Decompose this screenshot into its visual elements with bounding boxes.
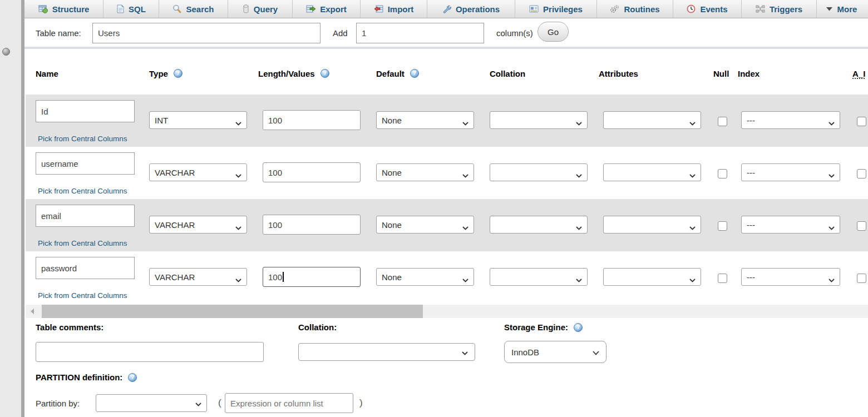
length-input[interactable]: 100	[263, 162, 361, 182]
attributes-select[interactable]	[603, 163, 701, 181]
index-select[interactable]: ---	[741, 111, 840, 129]
null-checkbox[interactable]	[718, 274, 727, 283]
partition-by-select[interactable]	[96, 394, 207, 412]
attributes-select[interactable]	[603, 111, 701, 129]
length-input[interactable]: 100	[263, 110, 361, 130]
partition-expression-input[interactable]	[225, 393, 353, 413]
storage-engine-label: Storage Engine:?	[504, 322, 583, 332]
text-caret	[283, 272, 284, 282]
index-select[interactable]: ---	[741, 163, 840, 181]
tab-structure[interactable]: Structure	[24, 0, 103, 18]
tab-query[interactable]: Query	[228, 0, 293, 18]
routines-icon	[610, 4, 619, 13]
length-input-focused[interactable]: 100	[263, 267, 361, 287]
index-select[interactable]: ---	[741, 268, 840, 286]
help-icon[interactable]: ?	[174, 69, 183, 78]
collation-select[interactable]	[490, 216, 588, 234]
navigation-panel-strip	[0, 0, 21, 417]
length-input[interactable]: 100	[263, 215, 361, 235]
more-icon	[826, 6, 833, 12]
tab-routines[interactable]: Routines	[597, 0, 673, 18]
chevron-down-icon	[689, 222, 696, 232]
help-icon[interactable]: ?	[128, 373, 137, 382]
central-columns-link[interactable]: Pick from Central Columns	[38, 187, 127, 195]
auto-increment-checkbox[interactable]	[857, 169, 866, 178]
type-select[interactable]: VARCHAR	[149, 268, 247, 286]
query-icon	[243, 4, 249, 13]
null-checkbox[interactable]	[718, 221, 727, 231]
null-checkbox[interactable]	[718, 169, 727, 178]
storage-engine-select[interactable]: InnoDB	[504, 341, 606, 363]
chevron-down-icon	[462, 118, 468, 127]
tab-search[interactable]: Search	[159, 0, 228, 18]
column-name-input[interactable]	[36, 152, 135, 175]
header-length: Length/Values?	[258, 63, 329, 83]
table-collation-select[interactable]	[298, 343, 475, 361]
auto-increment-checkbox[interactable]	[857, 117, 866, 126]
panel-toggle-icon[interactable]	[2, 48, 10, 56]
tab-label: Triggers	[770, 4, 802, 14]
auto-increment-checkbox[interactable]	[857, 221, 866, 231]
header-attributes: Attributes	[599, 63, 638, 83]
tab-operations[interactable]: Operations	[427, 0, 515, 18]
help-icon[interactable]: ?	[410, 69, 419, 78]
tab-label: More	[837, 4, 857, 14]
collation-select[interactable]	[490, 268, 588, 286]
type-select[interactable]: INT	[149, 111, 247, 129]
tab-events[interactable]: Events	[673, 0, 742, 18]
tab-label: Structure	[52, 4, 90, 14]
import-icon	[374, 4, 383, 13]
central-columns-link[interactable]: Pick from Central Columns	[38, 135, 127, 143]
collation-label: Collation:	[298, 322, 337, 332]
table-name-input[interactable]	[92, 23, 320, 43]
collation-select[interactable]	[490, 111, 588, 129]
column-row: Pick from Central Columns VARCHAR 100 No…	[26, 199, 868, 251]
table-comments-input[interactable]	[36, 342, 264, 362]
column-name-input[interactable]	[36, 257, 135, 279]
central-columns-link[interactable]: Pick from Central Columns	[38, 291, 127, 300]
chevron-down-icon	[828, 222, 835, 232]
help-icon[interactable]: ?	[574, 323, 583, 332]
search-icon	[172, 4, 181, 13]
add-columns-input[interactable]	[356, 23, 484, 43]
column-row: Pick from Central Columns VARCHAR 100 No…	[26, 147, 868, 199]
chevron-down-icon	[828, 170, 835, 180]
chevron-down-icon	[689, 170, 696, 180]
go-button[interactable]: Go	[537, 22, 569, 42]
structure-icon	[38, 4, 48, 13]
default-select[interactable]: None	[376, 111, 474, 129]
tab-import[interactable]: Import	[361, 0, 427, 18]
default-select[interactable]: None	[376, 268, 474, 286]
attributes-select[interactable]	[603, 216, 701, 234]
type-select[interactable]: VARCHAR	[149, 163, 247, 181]
default-select[interactable]: None	[376, 216, 474, 234]
horizontal-scrollbar[interactable]	[26, 305, 868, 318]
null-checkbox[interactable]	[718, 117, 727, 126]
tab-privileges[interactable]: Privileges	[515, 0, 597, 18]
chevron-down-icon	[576, 275, 582, 284]
tab-label: SQL	[129, 4, 146, 14]
central-columns-link[interactable]: Pick from Central Columns	[38, 239, 127, 247]
collation-select[interactable]	[490, 163, 588, 181]
tab-triggers[interactable]: Triggers	[742, 0, 817, 18]
column-name-input[interactable]	[36, 100, 135, 122]
help-icon[interactable]: ?	[320, 69, 329, 78]
type-select[interactable]: VARCHAR	[149, 216, 247, 234]
scrollbar-thumb[interactable]	[42, 305, 423, 318]
chevron-down-icon	[828, 275, 835, 284]
tab-export[interactable]: Export	[293, 0, 361, 18]
default-select[interactable]: None	[376, 163, 474, 181]
section-divider	[24, 47, 868, 49]
events-icon	[687, 4, 696, 13]
chevron-down-icon	[235, 118, 241, 127]
index-select[interactable]: ---	[741, 216, 840, 234]
header-default: Default?	[376, 63, 419, 83]
attributes-select[interactable]	[603, 268, 701, 286]
chevron-down-icon	[195, 399, 201, 408]
column-name-input[interactable]	[36, 205, 135, 227]
scroll-left-arrow-icon[interactable]	[26, 305, 39, 318]
tab-more[interactable]: More	[817, 0, 866, 18]
auto-increment-checkbox[interactable]	[857, 274, 866, 283]
tab-sql[interactable]: SQL	[103, 0, 159, 18]
column-row: Pick from Central Columns VARCHAR 100 No…	[26, 251, 868, 304]
